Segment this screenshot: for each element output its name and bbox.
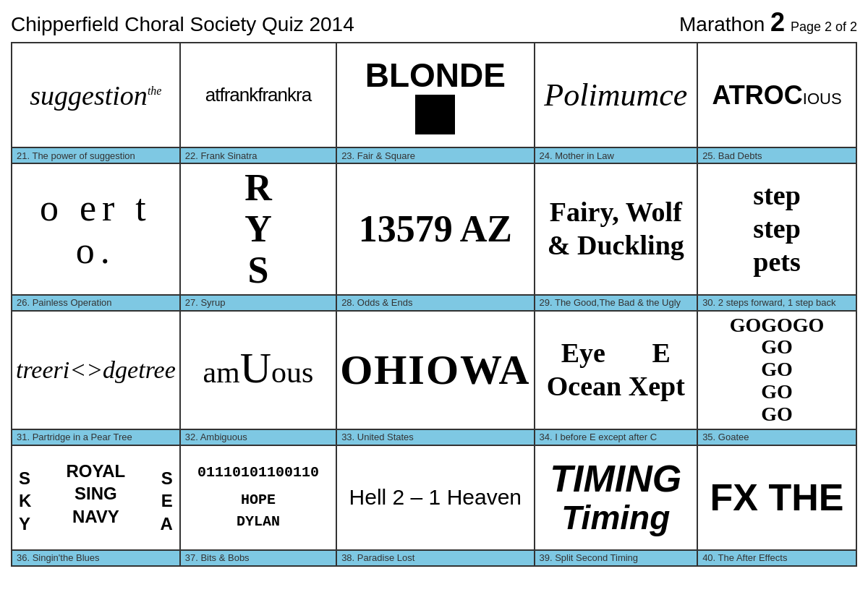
puzzle-25: ATROCIOUS: [701, 80, 853, 111]
answer-row-4: 36. Singin'the Blues 37. Bits & Bobs 38.…: [12, 550, 856, 566]
puzzle-row-3: treeri<>dgetree amUous OHIOWA Eye E Ocea…: [12, 311, 856, 429]
royal-sing-navy: ROYALSINGNAVY: [66, 460, 125, 528]
blonde-square: [415, 95, 455, 134]
cell-36-inner: SKY ROYALSINGNAVY SEA: [15, 456, 176, 539]
puzzle-30: stepsteppets: [701, 179, 853, 278]
answer-28: 28. Odds & Ends: [336, 295, 534, 311]
cell-34: Eye E Ocean Xept: [535, 311, 698, 429]
answer-row-3: 31. Partridge in a Pear Tree 32. Ambiguo…: [12, 429, 856, 445]
cell-22: atfrankfrankra: [180, 43, 336, 147]
puzzle-34: Eye E Ocean Xept: [538, 337, 694, 403]
answer-row-1: 21. The power of suggestion 22. Frank Si…: [12, 147, 856, 163]
cell-27: RYS: [180, 163, 336, 295]
puzzle-21: suggestionthe: [15, 80, 176, 111]
answer-38: 38. Paradise Lost: [336, 550, 534, 566]
dylan-text: DYLAN: [184, 511, 333, 533]
puzzle-row-1: suggestionthe atfrankfrankra BLONDE Poli…: [12, 43, 856, 147]
answer-row-2: 26. Painless Operation 27. Syrup 28. Odd…: [12, 295, 856, 311]
puzzle-35: GOGOGOGOGOGOGO: [701, 314, 853, 426]
cell-24: Polimumce: [535, 43, 698, 147]
cell-29: Fairy, Wolf& Duckling: [535, 163, 698, 295]
cell-32: amUous: [180, 311, 336, 429]
cell-38: Hell 2 – 1 Heaven: [336, 445, 534, 550]
puzzle-row-2: o er t o. RYS 13579 AZ Fairy, Wolf& Duck…: [12, 163, 856, 295]
puzzle-29: Fairy, Wolf& Duckling: [538, 196, 694, 262]
binary-text: 01110101100110: [184, 462, 333, 484]
answer-25: 25. Bad Debts: [697, 147, 856, 163]
marathon-label: Marathon: [679, 13, 765, 35]
puzzle-40: FX THE: [701, 476, 853, 519]
answer-35: 35. Goatee: [697, 429, 856, 445]
answer-22: 22. Frank Sinatra: [180, 147, 336, 163]
puzzle-32: amUous: [184, 351, 333, 390]
quiz-grid: suggestionthe atfrankfrankra BLONDE Poli…: [11, 42, 857, 567]
cell-21-text: suggestion: [30, 80, 148, 111]
answer-40: 40. The After Effects: [697, 550, 856, 566]
cell-25-big: ATROC: [712, 80, 803, 110]
cell-36: SKY ROYALSINGNAVY SEA: [12, 445, 180, 550]
puzzle-37: 01110101100110 HOPE DYLAN: [184, 462, 333, 533]
eye-row: Eye E: [538, 337, 694, 370]
cell-28: 13579 AZ: [336, 163, 534, 295]
cell-39: TIMING Timing: [535, 445, 698, 550]
sky-text: SKY: [19, 460, 64, 535]
answer-23: 23. Fair & Square: [336, 147, 534, 163]
sea-text: SEA: [127, 460, 172, 535]
answer-21: 21. The power of suggestion: [12, 147, 180, 163]
answer-37: 37. Bits & Bobs: [180, 550, 336, 566]
cell-21: suggestionthe: [12, 43, 180, 147]
cell-33: OHIOWA: [336, 311, 534, 429]
cell-40: FX THE: [697, 445, 856, 550]
puzzle-38: Hell 2 – 1 Heaven: [340, 485, 530, 510]
answer-29: 29. The Good,The Bad & the Ugly: [535, 295, 698, 311]
timing-2: Timing: [538, 500, 694, 536]
cell-30: stepsteppets: [697, 163, 856, 295]
puzzle-26: o er t o.: [15, 187, 176, 272]
e-text: E: [652, 337, 671, 370]
quiz-title: Chipperfield Choral Society Quiz 2014: [11, 13, 354, 36]
cell-21-sup: the: [148, 85, 162, 97]
answer-24: 24. Mother in Law: [535, 147, 698, 163]
answer-27: 27. Syrup: [180, 295, 336, 311]
puzzle-33: OHIOWA: [340, 346, 530, 394]
answer-30: 30. 2 steps forward, 1 step back: [697, 295, 856, 311]
puzzle-24: Polimumce: [538, 77, 694, 113]
puzzle-row-4: SKY ROYALSINGNAVY SEA 01110101100110 HOP…: [12, 445, 856, 550]
answer-33: 33. United States: [336, 429, 534, 445]
hope-text: HOPE: [184, 489, 333, 511]
timing-1: TIMING: [538, 458, 694, 500]
answer-32: 32. Ambiguous: [180, 429, 336, 445]
cell-35: GOGOGOGOGOGOGO: [697, 311, 856, 429]
marathon-number: 2: [770, 7, 785, 37]
cell-25-small: IOUS: [803, 90, 842, 108]
puzzle-28: 13579 AZ: [340, 207, 530, 250]
puzzle-22: atfrankfrankra: [184, 84, 333, 106]
page-header: Chipperfield Choral Society Quiz 2014 Ma…: [11, 7, 857, 38]
answer-31: 31. Partridge in a Pear Tree: [12, 429, 180, 445]
answer-26: 26. Painless Operation: [12, 295, 180, 311]
cell-23-text: BLONDE: [340, 56, 530, 95]
puzzle-23: BLONDE: [340, 56, 530, 134]
marathon-info: Marathon 2 Page 2 of 2: [679, 7, 857, 38]
page-info: Page 2 of 2: [791, 20, 857, 34]
answer-34: 34. I before E except after C: [535, 429, 698, 445]
puzzle-31: treeri<>dgetree: [15, 356, 176, 384]
puzzle-39: TIMING Timing: [538, 458, 694, 536]
cell-23: BLONDE: [336, 43, 534, 147]
puzzle-27: RYS: [184, 167, 333, 291]
cell-26: o er t o.: [12, 163, 180, 295]
cell-37: 01110101100110 HOPE DYLAN: [180, 445, 336, 550]
answer-39: 39. Split Second Timing: [535, 550, 698, 566]
ocean-xept: Ocean Xept: [538, 370, 694, 403]
puzzle-36: SKY ROYALSINGNAVY SEA: [15, 456, 176, 539]
big-u: U: [240, 344, 271, 392]
eye-text: Eye: [561, 337, 605, 370]
answer-36: 36. Singin'the Blues: [12, 550, 180, 566]
cell-25: ATROCIOUS: [697, 43, 856, 147]
cell-31: treeri<>dgetree: [12, 311, 180, 429]
